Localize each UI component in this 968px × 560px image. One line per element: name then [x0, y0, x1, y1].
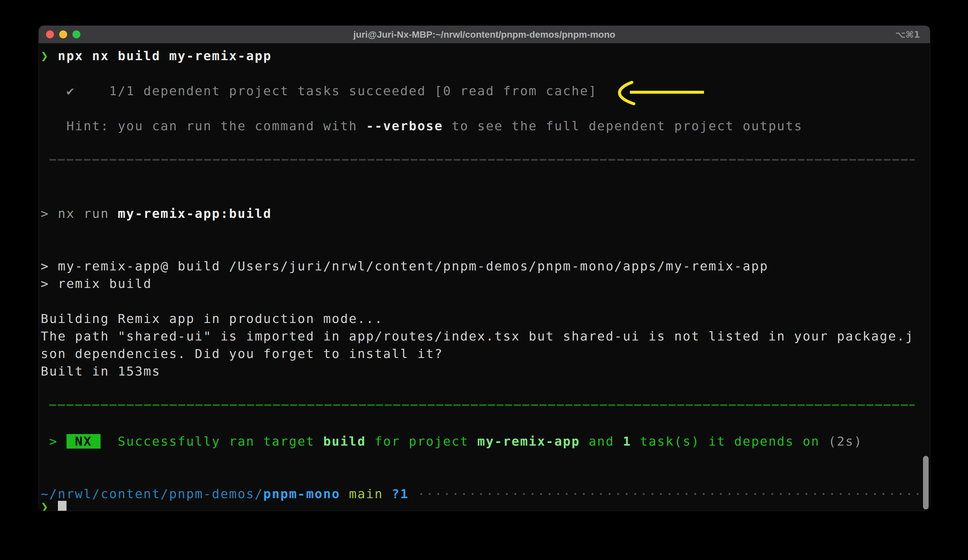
nx-result-prefix: >: [41, 434, 66, 449]
blank-line: [41, 100, 928, 117]
project-name: my-remix-app: [477, 434, 580, 449]
terminal-line: > nx run my-remix-app:build: [41, 205, 928, 223]
terminal-line: son dependencies. Did you forget to inst…: [41, 345, 928, 363]
task-success-text: ✔ 1/1 dependent project tasks succeeded …: [41, 84, 597, 98]
prompt-symbol: ❯: [41, 499, 58, 511]
nx-badge: NX: [66, 434, 101, 449]
nx-result-text: task(s) it depends on: [632, 434, 829, 449]
npm-script-line: > my-remix-app@ build /Users/juri/nrwl/c…: [41, 259, 769, 273]
npm-script-line: > remix build: [41, 276, 152, 291]
scrollbar-thumb[interactable]: [923, 456, 929, 509]
blank-line: [41, 65, 928, 82]
terminal-cursor: [58, 501, 66, 511]
spacer: [383, 487, 392, 501]
terminal-output[interactable]: ❯ npx nx build my-remix-app ✔ 1/1 depend…: [39, 43, 930, 511]
terminal-line: Built in 153ms: [41, 363, 928, 380]
prompt-filler-dots: ········································…: [418, 487, 930, 501]
blank-line: [41, 170, 928, 187]
terminal-line: > remix build: [41, 275, 928, 292]
verbose-flag: --verbose: [366, 119, 443, 133]
terminal-line: The path "shared-ui" is imported in app/…: [41, 328, 928, 345]
hint-text: to see the full dependent project output…: [443, 119, 802, 133]
spacer: [409, 487, 418, 501]
terminal-window: juri@Juri-Nx-MBP:~/nrwl/content/pnpm-dem…: [38, 25, 930, 511]
terminal-line: ❯ npx nx build my-remix-app: [41, 47, 928, 65]
build-output: Building Remix app in production mode...: [41, 311, 383, 326]
git-branch: main: [349, 487, 383, 501]
build-output: The path "shared-ui" is imported in app/…: [41, 329, 914, 344]
nx-result-text: and: [580, 434, 623, 449]
blank-line: [41, 187, 928, 205]
cwd-path: ~/nrwl/content/pnpm-demos/: [41, 487, 264, 501]
blank-line: [41, 415, 928, 433]
blank-line: [41, 468, 928, 485]
git-status: ?1: [392, 487, 409, 501]
separator-line: [49, 152, 915, 170]
nx-result-text: for project: [366, 434, 477, 449]
terminal-line: ~/nrwl/content/pnpm-demos/pnpm-mono main…: [41, 485, 928, 503]
blank-line: [41, 135, 928, 152]
terminal-line: > my-remix-app@ build /Users/juri/nrwl/c…: [41, 258, 928, 275]
hint-text: Hint: you can run the command with: [41, 119, 366, 133]
terminal-line: Hint: you can run the command with --ver…: [41, 117, 928, 135]
window-shortcut-label: ⌥⌘1: [895, 26, 920, 43]
duration-text: (2s): [829, 434, 863, 449]
target-name: build: [323, 434, 366, 449]
blank-line: [41, 240, 928, 258]
task-count: 1: [623, 434, 632, 449]
build-output: Built in 153ms: [41, 364, 161, 378]
prompt-symbol: ❯: [41, 49, 58, 63]
terminal-line: > NX Successfully ran target build for p…: [41, 433, 928, 450]
blank-line: [41, 292, 928, 310]
command-text: npx nx build my-remix-app: [58, 49, 272, 63]
spacer: [340, 487, 349, 501]
blank-line: [41, 380, 928, 398]
terminal-line: Building Remix app in production mode...: [41, 310, 928, 328]
cwd-basename: pnpm-mono: [264, 487, 340, 501]
title-bar[interactable]: juri@Juri-Nx-MBP:~/nrwl/content/pnpm-dem…: [39, 26, 930, 43]
separator-line: [49, 398, 915, 415]
annotation-arrow-icon: [610, 81, 706, 106]
blank-line: [41, 223, 928, 240]
nx-result-text: Successfully ran target: [101, 434, 323, 449]
nx-run-prefix: > nx run: [41, 206, 118, 221]
blank-line: [41, 450, 928, 468]
build-output: son dependencies. Did you forget to inst…: [41, 347, 443, 361]
terminal-line: ✔ 1/1 dependent project tasks succeeded …: [41, 82, 928, 100]
nx-run-target: my-remix-app:build: [118, 206, 272, 221]
window-title: juri@Juri-Nx-MBP:~/nrwl/content/pnpm-dem…: [39, 26, 930, 43]
